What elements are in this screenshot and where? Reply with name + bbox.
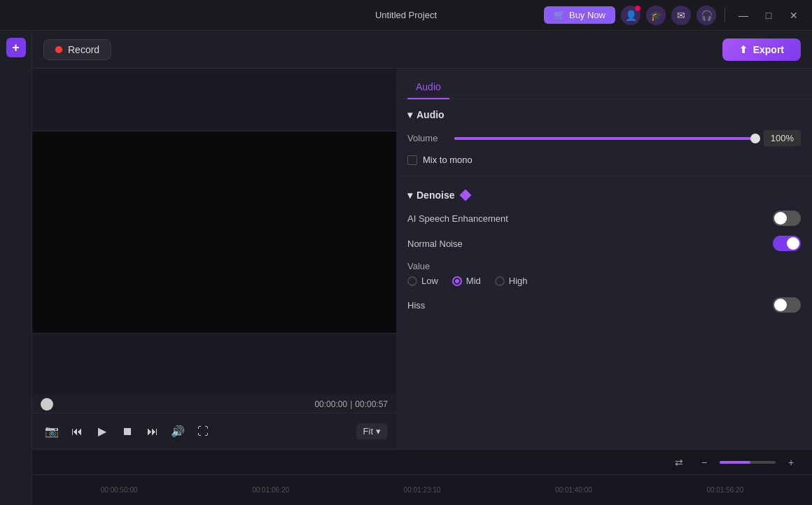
video-top-strip [32,69,396,131]
timeline-zoom-fill [720,461,750,464]
volume-button[interactable]: 🔊 [167,420,189,443]
right-panel: Audio ▾ Audio Volume [396,69,812,449]
hiss-toggle-knob [774,299,787,311]
play-button[interactable]: ▶ [91,420,113,443]
denoise-section-header[interactable]: ▾ Denoise [396,180,812,208]
ruler-mark-4: 00:01:56:20 [650,486,801,494]
radio-low[interactable]: Low [407,276,438,286]
ai-speech-toggle[interactable] [773,211,801,226]
step-back-button[interactable]: ⏮ [66,420,88,443]
volume-value: 100% [764,130,801,146]
hiss-row: Hiss [407,297,801,313]
cart-icon: 🛒 [554,10,565,20]
export-button[interactable]: ⬆ Export [722,38,801,61]
screenshot-button[interactable]: 📷 [41,420,63,443]
denoise-chevron-icon: ▾ [407,190,412,201]
ruler-mark-2: 00:01:23:10 [346,486,498,494]
progress-row: 00:00:00 | 00:00:57 [32,396,396,413]
radio-mid[interactable]: Mid [452,276,481,286]
radio-mid-circle [452,276,462,286]
window-title: Untitled Project [375,10,437,20]
headset-icon[interactable]: 🎧 [696,6,716,25]
add-button[interactable]: + [6,38,26,57]
tab-audio[interactable]: Audio [407,76,449,99]
premium-badge [461,191,470,199]
buy-now-button[interactable]: 🛒 Buy Now [544,6,615,24]
radio-high-label: High [509,276,528,286]
section-divider [396,176,812,177]
denoise-label: Denoise [416,190,454,201]
radio-row: Low Mid High [407,276,801,286]
fullscreen-button[interactable]: ⛶ [192,420,214,443]
value-label: Value [407,261,801,271]
audio-section-body: Volume 100% Mix to mono [396,127,812,173]
video-main [32,131,396,333]
video-controls: 📷 ⏮ ▶ ⏹ ⏭ 🔊 ⛶ Fit ▾ [32,413,396,449]
export-icon: ⬆ [739,44,748,55]
zoom-out-button[interactable]: − [694,453,714,472]
progress-thumb[interactable] [41,398,53,411]
ai-speech-toggle-knob [774,212,787,225]
hiss-toggle[interactable] [773,297,801,313]
content-area: Record ⬆ Export 00:00:00 | 0 [32,31,812,505]
ai-speech-row: AI Speech Enhancement [407,211,801,226]
close-button[interactable]: ✕ [784,6,804,25]
fit-view-button[interactable]: ⇄ [669,453,689,472]
volume-slider[interactable] [454,137,755,140]
radio-low-circle [407,276,417,286]
panel-tabs: Audio [396,69,812,99]
ruler-mark-3: 00:01:40:00 [498,486,649,494]
main-toolbar: Record ⬆ Export [32,31,812,69]
volume-slider-fill [454,137,755,140]
zoom-in-button[interactable]: + [781,453,801,472]
audio-section-header[interactable]: ▾ Audio [396,99,812,127]
sidebar-strip: + [0,31,32,505]
main-layout: + Record ⬆ Export [0,31,812,505]
volume-row: Volume 100% [407,130,801,146]
timeline-ruler: 00:00:50:00 00:01:06:20 00:01:23:10 00:0… [32,475,812,505]
title-bar: Untitled Project 🛒 Buy Now 👤 🎓 ✉ 🎧 — □ ✕ [0,0,812,31]
record-dot [55,46,62,53]
audio-chevron-icon: ▾ [407,109,412,120]
radio-mid-label: Mid [466,276,481,286]
graduation-icon[interactable]: 🎓 [646,6,666,25]
volume-slider-thumb [750,134,760,143]
radio-high[interactable]: High [495,276,528,286]
notification-badge [635,6,640,11]
timeline-zoom-slider[interactable] [720,461,776,464]
radio-low-label: Low [421,276,438,286]
chevron-down-icon: ▾ [376,426,381,436]
mix-to-mono-label: Mix to mono [423,155,472,165]
video-section: 00:00:00 | 00:00:57 📷 ⏮ ▶ ⏹ ⏭ 🔊 ⛶ [32,69,396,449]
normal-noise-label: Normal Noise [407,239,463,249]
hiss-label: Hiss [407,300,425,311]
normal-noise-row: Normal Noise [407,236,801,251]
radio-high-circle [495,276,505,286]
title-bar-right: 🛒 Buy Now 👤 🎓 ✉ 🎧 — □ ✕ [544,6,804,25]
stop-button[interactable]: ⏹ [116,420,139,443]
denoise-section-body: AI Speech Enhancement Normal Noise [396,208,812,328]
record-button[interactable]: Record [43,39,111,60]
panel-body: ▾ Audio Volume 100% [396,99,812,449]
step-forward-button[interactable]: ⏭ [141,420,164,443]
ai-speech-label: AI Speech Enhancement [407,213,508,224]
timeline-section: ⇄ − + 00:00:50:00 00:01:06:20 00:01:23:1… [32,449,812,505]
video-bottom-strip [32,333,396,396]
ruler-mark-1: 00:01:06:20 [195,486,346,494]
minimize-button[interactable]: — [734,6,753,25]
middle-section: 00:00:00 | 00:00:57 📷 ⏮ ▶ ⏹ ⏭ 🔊 ⛶ [32,69,812,449]
mix-to-mono-row: Mix to mono [407,155,801,165]
value-group: Value Low Mid [407,261,801,286]
maximize-button[interactable]: □ [759,6,778,25]
toolbar-divider [724,8,725,22]
timeline-toolbar: ⇄ − + [32,450,812,475]
time-display: 00:00:00 | 00:00:57 [314,399,388,409]
volume-label: Volume [407,133,446,143]
fit-dropdown[interactable]: Fit ▾ [356,423,388,439]
media-controls: 📷 ⏮ ▶ ⏹ ⏭ 🔊 ⛶ [41,420,214,443]
mail-icon[interactable]: ✉ [671,6,691,25]
mix-to-mono-checkbox[interactable] [407,155,417,165]
normal-noise-toggle[interactable] [773,236,801,251]
normal-noise-toggle-knob [787,237,799,250]
account-icon[interactable]: 👤 [621,6,640,25]
